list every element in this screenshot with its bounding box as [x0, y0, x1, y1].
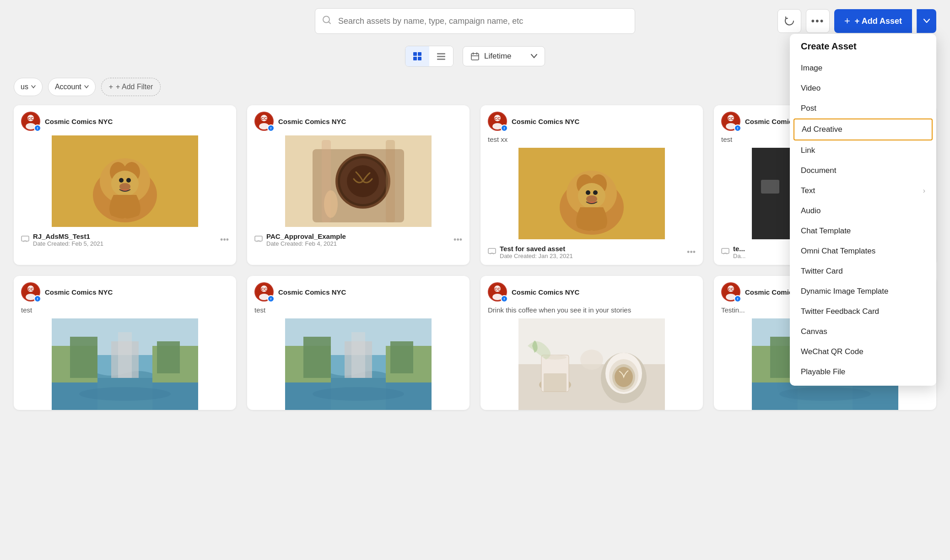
filter-status-chevron-icon: [31, 85, 36, 89]
dropdown-item-omni-chat-templates[interactable]: Omni Chat Templates: [790, 241, 936, 261]
svg-rect-7: [437, 56, 445, 57]
top-actions: ••• + + Add Asset: [777, 9, 936, 33]
svg-rect-42: [255, 236, 262, 241]
filter-account-chevron-icon: [84, 85, 89, 89]
more-button[interactable]: •••: [806, 9, 830, 33]
dropdown-title: Create Asset: [790, 41, 936, 58]
svg-text:CC: CC: [495, 116, 501, 121]
dropdown-item-label: Audio: [801, 206, 820, 215]
asset-more-button[interactable]: •••: [453, 235, 462, 245]
asset-card[interactable]: CC f Cosmic Comics NYC test xx: [480, 105, 703, 265]
fb-badge: f: [34, 295, 41, 302]
add-asset-button[interactable]: + + Add Asset: [834, 9, 912, 33]
brand-avatar: CC f: [488, 282, 507, 302]
svg-rect-72: [761, 180, 779, 194]
fb-badge: f: [501, 124, 508, 132]
dropdown-item-arrow-icon: ›: [923, 187, 925, 195]
svg-rect-108: [351, 332, 365, 378]
dropdown-item-label: Post: [801, 104, 816, 113]
svg-rect-126: [544, 373, 567, 392]
dropdown-item-audio[interactable]: Audio: [790, 201, 936, 221]
asset-name: Test for saved asset: [500, 245, 683, 253]
svg-point-58: [586, 195, 597, 203]
dropdown-item-label: WeChat QR Code: [801, 347, 864, 356]
dropdown-item-canvas[interactable]: Canvas: [790, 322, 936, 342]
svg-rect-75: [722, 248, 729, 253]
fb-badge: f: [734, 124, 741, 132]
filter-chip-account[interactable]: Account: [48, 78, 96, 96]
svg-rect-106: [390, 341, 413, 373]
svg-rect-9: [471, 54, 479, 60]
dropdown-item-label: Omni Chat Templates: [801, 247, 875, 256]
search-input[interactable]: [315, 8, 635, 34]
asset-card[interactable]: CC f Cosmic Comics NYC: [247, 105, 470, 265]
dropdown-item-label: Playable File: [801, 367, 845, 377]
lifetime-chevron-icon: [531, 54, 537, 59]
brand-name: Cosmic Comics NYC: [45, 288, 113, 296]
search-container: [315, 8, 635, 34]
dropdown-item-label: Video: [801, 84, 820, 93]
asset-more-button[interactable]: •••: [220, 235, 229, 245]
add-filter-button[interactable]: + + Add Filter: [101, 78, 161, 96]
asset-name: RJ_AdsMS_Test1: [33, 232, 216, 240]
filter-chip-status[interactable]: us: [14, 78, 43, 96]
asset-card[interactable]: CC f Cosmic Comics NYC Drink this coffee…: [480, 276, 703, 410]
dropdown-item-link[interactable]: Link: [790, 140, 936, 161]
fb-badge: f: [34, 124, 41, 132]
dropdown-item-image[interactable]: Image: [790, 58, 936, 78]
dropdown-item-dynamic-image-template[interactable]: Dynamic Image Template: [790, 281, 936, 302]
fb-badge: f: [501, 295, 508, 302]
asset-card-header: CC f Cosmic Comics NYC: [14, 276, 236, 306]
refresh-button[interactable]: [777, 9, 801, 33]
search-icon: [322, 16, 331, 27]
dropdown-item-twitter-card[interactable]: Twitter Card: [790, 261, 936, 281]
asset-meta: PAC_Approval_Example Date Created: Feb 4…: [266, 232, 450, 247]
list-view-button[interactable]: [429, 46, 453, 66]
dropdown-item-post[interactable]: Post: [790, 98, 936, 118]
dropdown-item-text[interactable]: Text›: [790, 181, 936, 201]
lifetime-select[interactable]: Lifetime: [463, 46, 545, 66]
asset-title: Drink this coffee when you see it in you…: [480, 306, 703, 318]
dropdown-item-document[interactable]: Document: [790, 161, 936, 181]
asset-meta: RJ_AdsMS_Test1 Date Created: Feb 5, 2021: [33, 232, 216, 247]
asset-date: Date Created: Jan 23, 2021: [500, 253, 683, 259]
asset-date: Date Created: Feb 5, 2021: [33, 240, 216, 247]
dropdown-item-playable-file[interactable]: Playable File: [790, 362, 936, 382]
svg-point-38: [347, 165, 379, 197]
brand-avatar: CC f: [254, 112, 274, 131]
dropdown-item-video[interactable]: Video: [790, 78, 936, 98]
svg-point-25: [119, 183, 130, 190]
svg-point-57: [593, 190, 598, 195]
grid-view-button[interactable]: [405, 46, 429, 66]
asset-title: test: [247, 306, 470, 318]
dropdown-item-wechat-qr-code[interactable]: WeChat QR Code: [790, 342, 936, 362]
svg-point-92: [79, 387, 171, 401]
svg-text:CC: CC: [495, 287, 501, 291]
plus-icon: +: [844, 15, 850, 27]
asset-card-header: CC f Cosmic Comics NYC: [247, 105, 470, 135]
dropdown-item-ad-creative[interactable]: Ad Creative: [793, 118, 933, 140]
brand-name: Cosmic Comics NYC: [512, 118, 579, 125]
message-icon: [721, 248, 729, 257]
asset-more-button[interactable]: •••: [687, 248, 696, 257]
lifetime-label: Lifetime: [484, 52, 512, 61]
add-asset-dropdown-button[interactable]: [917, 9, 936, 33]
asset-card[interactable]: CC f Cosmic Comics NYC test: [247, 276, 470, 410]
asset-card-footer: PAC_Approval_Example Date Created: Feb 4…: [247, 227, 470, 253]
asset-name: PAC_Approval_Example: [266, 232, 450, 240]
brand-avatar: CC f: [488, 112, 507, 131]
svg-text:CC: CC: [261, 287, 267, 291]
filter-status-label: us: [21, 83, 28, 91]
asset-card[interactable]: CC f Cosmic Comics NYC test: [14, 276, 236, 410]
dropdown-item-label: Twitter Card: [801, 267, 843, 276]
brand-name: Cosmic Comics NYC: [512, 288, 579, 296]
svg-rect-6: [437, 53, 445, 54]
svg-text:CC: CC: [28, 287, 34, 291]
dropdown-item-chat-template[interactable]: Chat Template: [790, 221, 936, 241]
brand-avatar: CC f: [721, 112, 740, 131]
dropdown-item-twitter-feedback-card[interactable]: Twitter Feedback Card: [790, 302, 936, 322]
asset-card-header: CC f Cosmic Comics NYC: [247, 276, 470, 306]
asset-card[interactable]: CC f Cosmic Comics NYC: [14, 105, 236, 265]
add-filter-label: + Add Filter: [116, 83, 153, 91]
svg-rect-3: [418, 52, 421, 56]
